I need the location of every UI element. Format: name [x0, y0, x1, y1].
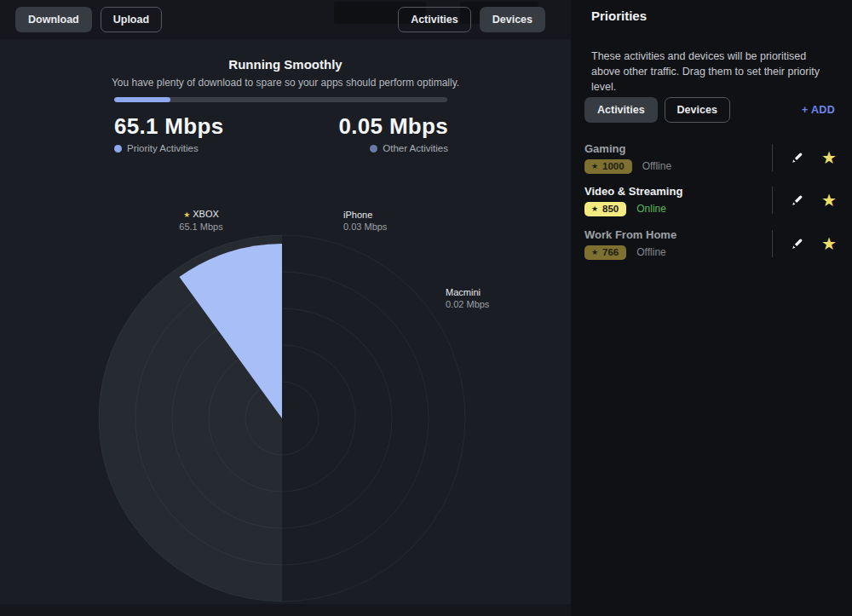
- upload-button[interactable]: Upload: [101, 7, 162, 32]
- star-icon: ★: [591, 162, 598, 170]
- bottom-strip: [0, 604, 571, 616]
- usage-panel: Download Upload Activities Devices Runni…: [0, 0, 571, 616]
- iphone-name: iPhone: [343, 209, 387, 221]
- bandwidth-dashboard: Download Upload Activities Devices Runni…: [0, 0, 852, 616]
- edit-button[interactable]: [788, 149, 806, 167]
- other-dot-icon: [370, 145, 377, 153]
- priority-score-badge: ★ 850: [584, 202, 626, 216]
- row-divider: [772, 144, 773, 171]
- download-button[interactable]: Download: [15, 7, 92, 32]
- star-icon: ★: [183, 210, 190, 219]
- favorite-button[interactable]: ★: [820, 233, 838, 254]
- priority-dot-icon: [114, 145, 122, 153]
- star-icon: ★: [821, 149, 837, 166]
- priority-name: Gaming: [584, 142, 671, 155]
- priority-score: 766: [602, 247, 619, 257]
- status-badge: Offline: [636, 246, 665, 258]
- row-divider: [772, 187, 773, 214]
- usage-stats: 65.1 Mbps Priority Activities 0.05 Mbps …: [114, 113, 448, 153]
- priorities-tabs: Activities Devices: [584, 97, 730, 123]
- priorities-panel: Priorities These activities and devices …: [571, 0, 852, 616]
- priorities-title: Priorities: [591, 9, 647, 23]
- favorite-button[interactable]: ★: [820, 147, 838, 168]
- priority-name: Video & Streaming: [584, 185, 682, 198]
- other-activities-stat: 0.05 Mbps Other Activities: [339, 113, 448, 153]
- priority-activities-value: 65.1 Mbps: [114, 113, 223, 140]
- priority-score-badge: ★ 766: [584, 245, 626, 260]
- priority-activities-stat: 65.1 Mbps Priority Activities: [114, 113, 223, 153]
- status-title: Running Smoothly: [0, 57, 571, 72]
- pencil-icon: [790, 237, 804, 251]
- bandwidth-usage-bar: [114, 97, 447, 102]
- priority-score: 1000: [602, 161, 625, 171]
- status-badge: Online: [636, 203, 666, 215]
- row-divider: [772, 230, 773, 257]
- tab-devices[interactable]: Devices: [665, 97, 730, 123]
- star-icon: ★: [591, 248, 598, 256]
- pencil-icon: [790, 193, 804, 208]
- top-toolbar: Download Upload Activities Devices: [0, 0, 571, 39]
- edit-button[interactable]: [788, 235, 806, 253]
- priority-name: Work From Home: [584, 228, 676, 241]
- star-icon: ★: [821, 235, 837, 252]
- priority-row-video-streaming[interactable]: Video & Streaming ★ 850 Online: [584, 181, 838, 219]
- status-badge: Offline: [642, 160, 671, 172]
- priority-activities-label: Priority Activities: [127, 143, 199, 153]
- bandwidth-usage-fill: [114, 97, 170, 102]
- other-activities-value: 0.05 Mbps: [339, 113, 448, 140]
- status-subtitle: You have plenty of download to spare so …: [0, 77, 571, 89]
- priority-row-work-from-home[interactable]: Work From Home ★ 766 Offline: [584, 225, 838, 262]
- priority-row-gaming[interactable]: Gaming ★ 1000 Offline: [584, 139, 838, 176]
- add-priority-button[interactable]: + ADD: [802, 104, 835, 116]
- star-icon: ★: [821, 192, 837, 209]
- other-activities-label: Other Activities: [383, 143, 448, 153]
- priority-score-badge: ★ 1000: [584, 159, 632, 174]
- edit-button[interactable]: [788, 192, 806, 210]
- xbox-name: XBOX: [193, 209, 219, 219]
- activities-view-button[interactable]: Activities: [398, 7, 471, 32]
- favorite-button[interactable]: ★: [820, 190, 838, 210]
- star-icon: ★: [591, 204, 598, 213]
- devices-view-button[interactable]: Devices: [480, 7, 545, 32]
- pencil-icon: [790, 151, 804, 165]
- direction-toggle: Download Upload: [15, 7, 162, 32]
- tab-activities[interactable]: Activities: [584, 97, 658, 123]
- priorities-description: These activities and devices will be pri…: [591, 49, 832, 95]
- priority-score: 850: [602, 204, 619, 214]
- view-toggle: Activities Devices: [398, 7, 545, 32]
- radial-usage-chart: [86, 222, 478, 614]
